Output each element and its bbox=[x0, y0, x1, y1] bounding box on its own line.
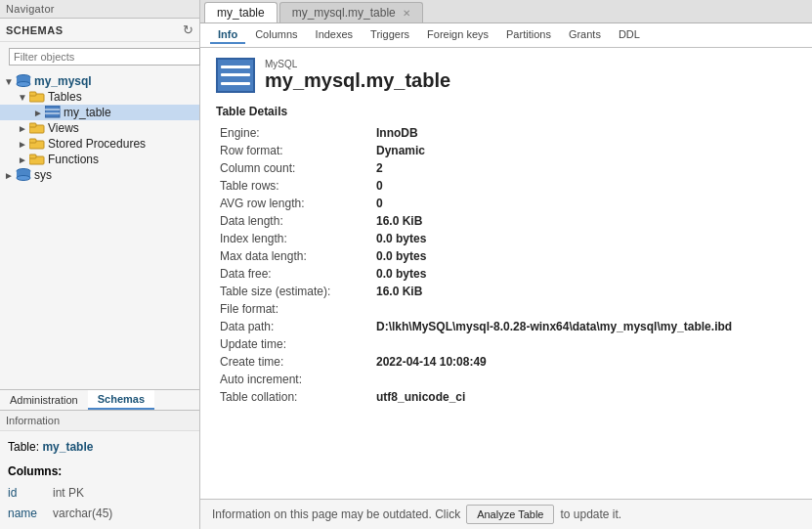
detail-value: Dynamic bbox=[372, 142, 796, 159]
detail-value: InnoDB bbox=[372, 124, 796, 142]
tab-grants[interactable]: Grants bbox=[561, 26, 609, 44]
expand-arrow: ▼ bbox=[16, 92, 29, 103]
folder-item-tables[interactable]: ▼ Tables bbox=[0, 89, 199, 105]
analyze-table-button[interactable]: Analyze Table bbox=[466, 505, 554, 524]
details-row: Index length:0.0 bytes bbox=[216, 230, 796, 247]
doc-tab-my_table[interactable]: my_table bbox=[204, 2, 278, 22]
details-row: Data free:0.0 bytes bbox=[216, 265, 796, 283]
details-row: Engine:InnoDB bbox=[216, 124, 796, 142]
info-table-name: my_table bbox=[42, 440, 93, 454]
detail-value bbox=[372, 300, 796, 318]
details-row: Auto increment: bbox=[216, 371, 796, 388]
navigator-title: Navigator bbox=[0, 0, 199, 19]
detail-label: Data length: bbox=[216, 212, 372, 230]
svg-rect-13 bbox=[29, 154, 36, 158]
tab-schemas[interactable]: Schemas bbox=[88, 390, 154, 410]
table-full-name: my_mysql.my_table bbox=[265, 69, 450, 92]
detail-label: Index length: bbox=[216, 230, 372, 247]
expand-arrow: ► bbox=[2, 170, 16, 181]
doc-tab-label: my_mysql.my_table bbox=[292, 6, 396, 20]
table-label-my_table: my_table bbox=[64, 106, 111, 119]
doc-tab-label: my_table bbox=[217, 6, 265, 20]
detail-label: Create time: bbox=[216, 353, 372, 371]
column-row-id: id int PK bbox=[8, 483, 192, 503]
folder-label-stored-procedures: Stored Procedures bbox=[48, 137, 146, 151]
icon-line bbox=[221, 66, 250, 68]
detail-value: 0.0 bytes bbox=[372, 230, 796, 247]
toolbar-tabs: Info Columns Indexes Triggers Foreign ke… bbox=[200, 23, 812, 48]
schemas-header: SCHEMAS ↻ bbox=[0, 19, 199, 42]
filter-wrapper bbox=[0, 42, 199, 71]
details-row: Data length:16.0 KiB bbox=[216, 212, 796, 230]
table-header: MySQL my_mysql.my_table bbox=[216, 58, 796, 93]
detail-label: Data path: bbox=[216, 318, 372, 335]
detail-label: File format: bbox=[216, 300, 372, 318]
expand-arrow: ► bbox=[16, 154, 29, 165]
detail-label: Data free: bbox=[216, 265, 372, 283]
columns-label-row: Columns: bbox=[8, 462, 192, 481]
columns-label: Columns: bbox=[8, 464, 62, 478]
db-type-label: MySQL bbox=[265, 59, 450, 69]
footer-bar: Information on this page may be outdated… bbox=[200, 499, 812, 529]
table-item-my_table[interactable]: ► my_table bbox=[0, 105, 199, 120]
folder-icon bbox=[29, 90, 45, 104]
doc-tab-my_mysql_my_table[interactable]: my_mysql.my_table ✕ bbox=[279, 2, 423, 22]
information-section-label: Information bbox=[0, 411, 199, 431]
detail-label: Column count: bbox=[216, 159, 372, 177]
icon-line bbox=[221, 82, 250, 85]
tab-triggers[interactable]: Triggers bbox=[363, 26, 417, 44]
details-row: Table size (estimate):16.0 KiB bbox=[216, 283, 796, 300]
expand-arrow: ▼ bbox=[2, 76, 16, 87]
details-row: Create time:2022-04-14 10:08:49 bbox=[216, 353, 796, 371]
detail-label: Update time: bbox=[216, 335, 372, 353]
footer-after-text: to update it. bbox=[560, 507, 621, 521]
tab-columns[interactable]: Columns bbox=[247, 26, 305, 44]
icon-line bbox=[221, 73, 250, 76]
tab-administration[interactable]: Administration bbox=[0, 390, 88, 410]
content-area: MySQL my_mysql.my_table Table Details En… bbox=[200, 48, 812, 499]
tab-ddl[interactable]: DDL bbox=[611, 26, 648, 44]
folder-item-functions[interactable]: ► Functions bbox=[0, 152, 199, 167]
detail-value: 16.0 KiB bbox=[372, 212, 796, 230]
document-tabs: my_table my_mysql.my_table ✕ bbox=[200, 0, 812, 23]
detail-label: Auto increment: bbox=[216, 371, 372, 388]
section-title-table-details: Table Details bbox=[216, 105, 796, 118]
footer-info-text: Information on this page may be outdated… bbox=[212, 507, 460, 521]
col-type-id: int PK bbox=[53, 483, 84, 503]
tab-foreign-keys[interactable]: Foreign keys bbox=[419, 26, 496, 44]
table-header-text: MySQL my_mysql.my_table bbox=[265, 59, 450, 92]
details-row: Update time: bbox=[216, 335, 796, 353]
table-big-icon bbox=[216, 58, 255, 93]
svg-rect-4 bbox=[29, 92, 36, 96]
detail-value: utf8_unicode_ci bbox=[372, 388, 796, 406]
details-row: AVG row length:0 bbox=[216, 195, 796, 212]
schema-item-my_mysql[interactable]: ▼ my_mysql bbox=[0, 73, 199, 89]
detail-value: 0.0 bytes bbox=[372, 247, 796, 265]
schemas-label: SCHEMAS bbox=[6, 24, 64, 36]
close-icon[interactable]: ✕ bbox=[403, 8, 410, 19]
refresh-icon[interactable]: ↻ bbox=[183, 22, 193, 37]
column-row-name: name varchar(45) bbox=[8, 504, 192, 523]
schema-item-sys[interactable]: ► sys bbox=[0, 167, 199, 183]
expand-arrow: ► bbox=[16, 123, 29, 134]
svg-point-16 bbox=[17, 176, 30, 181]
svg-rect-9 bbox=[29, 123, 36, 127]
folder-item-stored-procedures[interactable]: ► Stored Procedures bbox=[0, 136, 199, 152]
details-row: Max data length:0.0 bytes bbox=[216, 247, 796, 265]
detail-label: Table rows: bbox=[216, 177, 372, 195]
svg-rect-11 bbox=[29, 139, 36, 143]
folder-label-functions: Functions bbox=[48, 153, 99, 166]
filter-input[interactable] bbox=[9, 48, 200, 66]
col-name-id: id bbox=[8, 483, 47, 503]
folder-icon bbox=[29, 121, 45, 135]
detail-value: 2022-04-14 10:08:49 bbox=[372, 353, 796, 371]
detail-value: 0.0 bytes bbox=[372, 265, 796, 283]
table-label: Table: bbox=[8, 440, 39, 454]
tab-partitions[interactable]: Partitions bbox=[498, 26, 559, 44]
detail-value: D:\lkh\MySQL\mysql-8.0.28-winx64\data\my… bbox=[372, 318, 796, 335]
folder-item-views[interactable]: ► Views bbox=[0, 120, 199, 136]
tab-indexes[interactable]: Indexes bbox=[308, 26, 362, 44]
bottom-tab-row: Administration Schemas bbox=[0, 390, 199, 411]
folder-icon bbox=[29, 153, 45, 166]
tab-info[interactable]: Info bbox=[210, 26, 245, 44]
